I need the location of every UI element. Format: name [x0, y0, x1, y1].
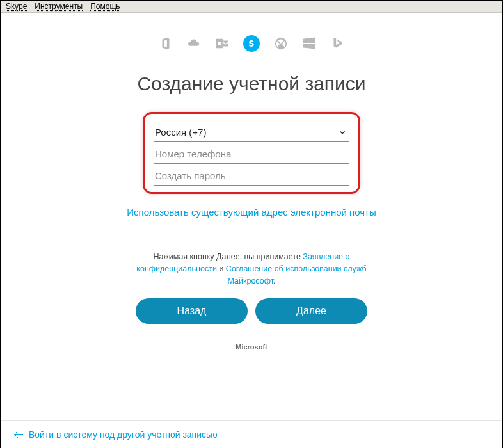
- country-select[interactable]: Россия (+7): [154, 120, 349, 142]
- phone-input[interactable]: Номер телефона: [154, 142, 349, 164]
- office-icon: [159, 36, 173, 51]
- onedrive-icon: [187, 36, 201, 51]
- password-input[interactable]: Создать пароль: [154, 164, 349, 186]
- agreement-link[interactable]: Соглашение об использовании служб Майкро…: [226, 264, 367, 285]
- skype-icon: [243, 35, 260, 52]
- bing-icon: [330, 36, 344, 51]
- menu-help[interactable]: Помощь: [90, 2, 120, 11]
- button-row: Назад Далее: [13, 298, 490, 324]
- windows-icon: [302, 36, 316, 51]
- bottom-bar: 🡠 Войти в систему под другой учетной зап…: [1, 420, 502, 448]
- svg-point-0: [218, 42, 221, 45]
- terms-suffix: .: [273, 276, 275, 285]
- terms-text: Нажимая кнопку Далее, вы принимаете Заяв…: [114, 251, 389, 287]
- arrow-left-icon: 🡠: [13, 429, 24, 440]
- terms-and: и: [217, 264, 226, 273]
- sign-in-other-account-link[interactable]: Войти в систему под другой учетной запис…: [29, 429, 218, 440]
- outlook-icon: [215, 36, 229, 51]
- terms-prefix: Нажимая кнопку Далее, вы принимаете: [153, 252, 303, 261]
- main-content: Создание учетной записи Россия (+7) Номе…: [1, 13, 502, 351]
- chevron-down-icon: [338, 128, 347, 137]
- signup-form-highlight: Россия (+7) Номер телефона Создать парол…: [143, 112, 360, 194]
- menu-skype[interactable]: Skype: [6, 2, 27, 11]
- product-icons-row: [13, 35, 490, 52]
- menubar: Skype Инструменты Помощь: [1, 1, 502, 13]
- microsoft-brand: Microsoft: [13, 343, 490, 351]
- xbox-icon: [274, 36, 288, 51]
- back-button[interactable]: Назад: [136, 298, 248, 324]
- menu-tools[interactable]: Инструменты: [35, 2, 83, 11]
- use-email-link[interactable]: Использовать существующий адрес электрон…: [13, 205, 490, 219]
- country-value: Россия (+7): [155, 127, 206, 138]
- page-title: Создание учетной записи: [13, 71, 490, 96]
- next-button[interactable]: Далее: [255, 298, 367, 324]
